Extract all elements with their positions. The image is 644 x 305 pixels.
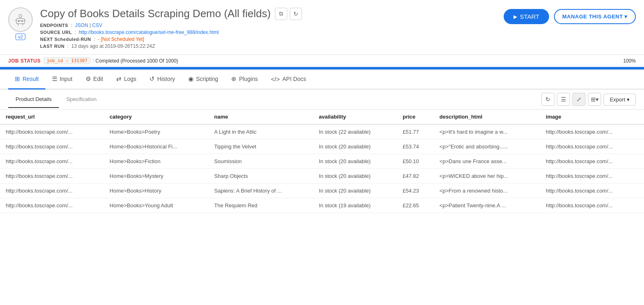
start-label: START [520, 13, 539, 20]
cell-availability: In stock (20 available) [313, 169, 397, 184]
cell-image: http://books.toscrape.com/... [540, 169, 644, 184]
agent-title-text: Copy of Books Details Scraping Demo (All… [40, 7, 271, 20]
tab-history[interactable]: ↺ History [143, 70, 182, 90]
tab-scripting[interactable]: ◉ Scripting [182, 70, 225, 90]
cell-request-url: http://books.toscrape.com/... [0, 169, 104, 184]
cell-description-html: <p>It's hard to imagine a w... [434, 124, 540, 139]
list-view-button[interactable]: ☰ [557, 93, 570, 106]
cell-description-html: <p>Dans une France asse... [434, 154, 540, 169]
job-status-bar: JOB STATUS job_id : 131307 : Completed (… [0, 55, 644, 67]
cell-category: Home>Books>Historical Fi... [104, 139, 209, 154]
cell-category: Home>Books>Mystery [104, 169, 209, 184]
cell-image: http://books.toscrape.com/... [540, 124, 644, 139]
tab-input[interactable]: ☰ Input [45, 70, 79, 90]
cell-image: http://books.toscrape.com/... [540, 184, 644, 198]
robot-icon [13, 12, 28, 27]
cell-price: £50.10 [397, 154, 434, 169]
source-url-row: SOURCE URL : http://books.toscrape.com/c… [40, 29, 504, 35]
subtab-specification[interactable]: Specification [59, 91, 104, 108]
cell-availability: In stock (20 available) [313, 184, 397, 198]
last-run-label: LAST RUN [40, 44, 65, 49]
tab-plugins[interactable]: ⊕ Plugins [225, 70, 264, 90]
cell-price: £47.82 [397, 169, 434, 184]
results-table: request_url category name availability p… [0, 110, 644, 213]
cell-name: Soumission [209, 154, 313, 169]
col-availability: availability [313, 110, 397, 124]
cell-image: http://books.toscrape.com/... [540, 198, 644, 213]
cell-description-html: <p>Patient Twenty-nine.A ... [434, 198, 540, 213]
cell-price: £51.77 [397, 124, 434, 139]
start-button[interactable]: ▶ START [504, 9, 549, 24]
svg-point-4 [21, 20, 23, 22]
source-url-label: SOURCE URL [40, 30, 72, 35]
input-tab-icon: ☰ [52, 75, 57, 83]
cell-category: Home>Books>Young Adult [104, 198, 209, 213]
grid-view-button[interactable]: ⊞▾ [588, 93, 601, 106]
api-docs-tab-icon: </> [271, 76, 280, 83]
refresh-button[interactable]: ↻ [290, 8, 302, 20]
tab-api-docs[interactable]: </> API Docs [264, 70, 313, 90]
edit-tab-label: Edit [93, 76, 103, 82]
cell-request-url: http://books.toscrape.com/... [0, 198, 104, 213]
cell-availability: In stock (20 available) [313, 139, 397, 154]
manage-agent-button[interactable]: MANAGE THIS AGENT ▾ [554, 9, 636, 24]
plugins-tab-label: Plugins [239, 76, 258, 82]
plugins-tab-icon: ⊕ [231, 75, 236, 83]
agent-icon-wrap: v2 [8, 7, 33, 40]
next-run-value: - [Not Scheduled Yet] [98, 36, 144, 42]
svg-rect-2 [16, 18, 25, 24]
cell-category: Home>Books>Fiction [104, 154, 209, 169]
csv-link[interactable]: CSV [92, 22, 102, 28]
table-row: http://books.toscrape.com/...Home>Books>… [0, 198, 644, 213]
cell-availability: In stock (22 available) [313, 124, 397, 139]
start-play-icon: ▶ [513, 14, 517, 20]
table-row: http://books.toscrape.com/...Home>Books>… [0, 184, 644, 198]
export-chevron-icon: ▾ [627, 96, 630, 103]
logs-tab-icon: ⇄ [116, 75, 122, 83]
result-tab-icon: ⊞ [15, 75, 20, 83]
cell-description-html: <p>WICKED above her hip... [434, 169, 540, 184]
page-header: v2 Copy of Books Details Scraping Demo (… [0, 0, 644, 55]
tabs-bar: ⊞ Result ☰ Input ⚙ Edit ⇄ Logs ↺ History… [0, 70, 644, 90]
last-run-row: LAST RUN : 13 days ago at 2019-09-26T15:… [40, 43, 504, 49]
product-details-label: Product Details [16, 96, 52, 102]
col-image: image [540, 110, 644, 124]
cell-description-html: <p>From a renowned histo... [434, 184, 540, 198]
tab-result[interactable]: ⊞ Result [8, 70, 45, 90]
tab-logs[interactable]: ⇄ Logs [110, 70, 143, 90]
export-button[interactable]: Export ▾ [603, 94, 636, 105]
agent-icon [8, 7, 33, 32]
col-category: category [104, 110, 209, 124]
input-tab-label: Input [60, 76, 72, 82]
table-row: http://books.toscrape.com/...Home>Books>… [0, 124, 644, 139]
history-tab-icon: ↺ [149, 75, 155, 83]
col-name: name [209, 110, 313, 124]
cell-image: http://books.toscrape.com/... [540, 154, 644, 169]
svg-point-3 [18, 20, 20, 22]
table-controls: ↻ ☰ ⤢ ⊞▾ Export ▾ [541, 90, 636, 109]
subtab-product-details[interactable]: Product Details [8, 91, 59, 108]
col-request-url: request_url [0, 110, 104, 124]
copy-button[interactable]: ⧉ [275, 8, 287, 20]
next-run-label: NEXT Scheduled-RUN [40, 37, 91, 42]
version-badge: v2 [16, 34, 25, 40]
refresh-table-button[interactable]: ↻ [541, 93, 554, 106]
scripting-tab-label: Scripting [196, 76, 218, 82]
svg-point-0 [19, 14, 22, 17]
logs-tab-label: Logs [124, 76, 136, 82]
tab-edit[interactable]: ⚙ Edit [79, 70, 110, 90]
last-run-value: 13 days ago at 2019-09-26T15:22:24Z [71, 43, 155, 49]
cell-description-html: <p>"Erotic and absorbing...... [434, 139, 540, 154]
endpoints-row: ENDPOINTS : JSON | CSV [40, 22, 504, 28]
cell-category: Home>Books>History [104, 184, 209, 198]
source-url-link[interactable]: http://books.toscrape.com/catalogue/set-… [79, 29, 218, 35]
expand-view-button[interactable]: ⤢ [572, 93, 585, 106]
cell-price: £22.65 [397, 198, 434, 213]
col-price: price [397, 110, 434, 124]
agent-title-icons: ⧉ ↻ [275, 8, 302, 20]
endpoints-label: ENDPOINTS [40, 23, 68, 28]
json-link[interactable]: JSON [75, 22, 88, 28]
manage-label: MANAGE THIS AGENT ▾ [562, 13, 628, 20]
cell-name: Sapiens: A Brief History of ... [209, 184, 313, 198]
table-row: http://books.toscrape.com/...Home>Books>… [0, 169, 644, 184]
